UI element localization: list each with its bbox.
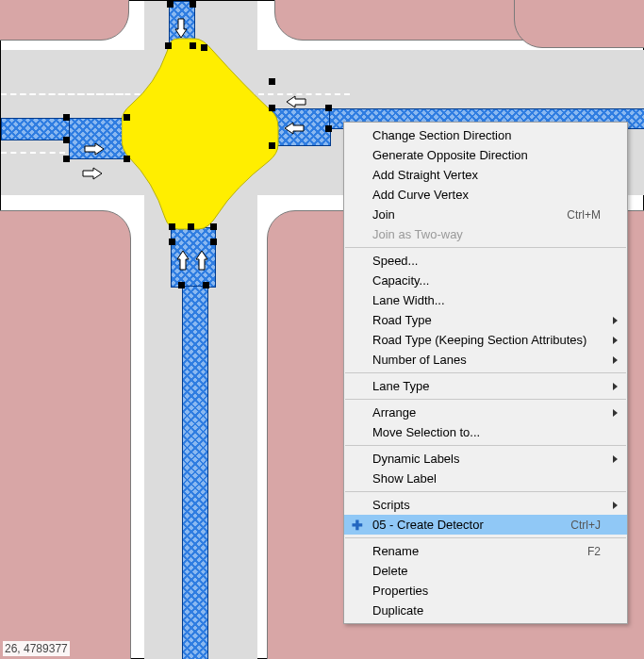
menu-item[interactable]: Move Selection to... (344, 422, 627, 442)
menu-item-shortcut: Ctrl+M (567, 208, 601, 222)
land-block (514, 0, 644, 48)
selection-handle[interactable] (210, 239, 217, 245)
menu-item-label: Dynamic Labels (372, 452, 601, 466)
menu-item[interactable]: Dynamic Labels (344, 449, 627, 469)
menu-item-label: Lane Width... (372, 293, 601, 307)
selection-handle[interactable] (190, 42, 196, 49)
menu-item[interactable]: Change Section Direction (344, 125, 627, 145)
menu-item-label: Properties (372, 584, 601, 598)
menu-item[interactable]: Duplicate (344, 601, 627, 620)
menu-item-label: Add Curve Vertex (372, 188, 601, 202)
selection-handle[interactable] (269, 105, 275, 111)
road-section-south-wide[interactable] (171, 227, 216, 288)
menu-item[interactable]: Add Curve Vertex (344, 185, 627, 205)
menu-separator (345, 399, 626, 400)
menu-item[interactable]: Delete (344, 561, 627, 581)
menu-item-shortcut: Ctrl+J (570, 519, 601, 532)
menu-item-label: Delete (372, 564, 601, 578)
menu-item[interactable]: Add Straight Vertex (344, 165, 627, 185)
menu-item-label: Capacity... (372, 273, 601, 288)
road-section-south[interactable] (182, 286, 208, 659)
menu-item[interactable]: Generate Opposite Direction (344, 145, 627, 165)
menu-item[interactable]: Lane Width... (344, 290, 627, 310)
selection-handle[interactable] (63, 156, 70, 162)
menu-item[interactable]: JoinCtrl+M (344, 205, 627, 224)
selection-handle[interactable] (188, 223, 194, 230)
menu-item[interactable]: ✚05 - Create DetectorCtrl+J (344, 515, 627, 535)
selection-handle[interactable] (325, 105, 332, 111)
land-block (0, 210, 131, 659)
menu-item-label: Road Type (Keeping Section Attributes) (372, 333, 601, 347)
menu-item[interactable]: Capacity... (344, 271, 627, 290)
menu-item-label: Duplicate (372, 603, 601, 618)
selection-handle[interactable] (169, 239, 175, 245)
menu-item-shortcut: F2 (587, 545, 601, 558)
selection-handle[interactable] (63, 114, 70, 121)
menu-item-label: Generate Opposite Direction (372, 148, 601, 162)
menu-item[interactable]: Number of Lanes (344, 350, 627, 370)
chevron-right-icon (613, 356, 618, 364)
chevron-right-icon (613, 317, 618, 324)
chevron-right-icon (613, 337, 618, 344)
selection-handle[interactable] (165, 42, 172, 49)
selection-handle[interactable] (190, 1, 196, 8)
selection-handle[interactable] (269, 78, 275, 85)
context-menu[interactable]: Change Section DirectionGenerate Opposit… (343, 122, 628, 624)
menu-item[interactable]: RenameF2 (344, 541, 627, 561)
map-canvas[interactable]: 26, 4789377 Change Section DirectionGene… (0, 0, 644, 659)
selection-handle[interactable] (178, 282, 185, 288)
menu-item-label: Arrange (372, 405, 601, 420)
land-block (0, 0, 129, 41)
menu-item-label: Join as Two-way (372, 227, 601, 241)
chevron-right-icon (613, 502, 618, 509)
selection-handle[interactable] (124, 114, 130, 121)
menu-item-label: Speed... (372, 254, 601, 268)
menu-item-label: Change Section Direction (372, 128, 601, 142)
menu-item[interactable]: Speed... (344, 251, 627, 271)
menu-item[interactable]: Lane Type (344, 376, 627, 396)
menu-separator (345, 372, 626, 373)
selection-handle[interactable] (201, 44, 207, 51)
menu-item[interactable]: Road Type (Keeping Section Attributes) (344, 330, 627, 350)
menu-item[interactable]: Arrange (344, 403, 627, 422)
menu-item-label: Add Straight Vertex (372, 168, 601, 182)
menu-item-label: Number of Lanes (372, 353, 601, 367)
chevron-right-icon (613, 383, 618, 390)
menu-separator (345, 445, 626, 446)
chevron-right-icon (613, 409, 618, 417)
menu-item-label: Road Type (372, 313, 601, 327)
menu-item[interactable]: Show Label (344, 469, 627, 488)
menu-separator (345, 537, 626, 538)
menu-item-label: Lane Type (372, 379, 601, 393)
menu-item[interactable]: Road Type (344, 310, 627, 330)
menu-item-label: Show Label (372, 471, 601, 486)
selection-handle[interactable] (269, 142, 275, 149)
menu-item-label: Scripts (372, 498, 601, 512)
menu-separator (345, 491, 626, 492)
selection-handle[interactable] (325, 125, 332, 132)
chevron-right-icon (613, 455, 618, 463)
intersection-node[interactable] (122, 37, 282, 235)
road-section-west-wide[interactable] (69, 118, 129, 159)
road-section-west[interactable] (1, 118, 71, 140)
plus-icon: ✚ (350, 518, 365, 533)
selection-handle[interactable] (167, 1, 173, 8)
menu-item[interactable]: Properties (344, 581, 627, 601)
selection-handle[interactable] (203, 282, 209, 288)
menu-separator (345, 247, 626, 248)
status-bar-coords: 26, 4789377 (3, 641, 70, 656)
menu-item-label: Rename (372, 544, 559, 558)
menu-item-label: 05 - Create Detector (372, 518, 542, 532)
menu-item-label: Join (372, 207, 538, 222)
menu-item: Join as Two-way (344, 224, 627, 244)
selection-handle[interactable] (169, 223, 175, 230)
selection-handle[interactable] (124, 156, 130, 162)
selection-handle[interactable] (210, 223, 217, 230)
selection-handle[interactable] (63, 137, 70, 143)
menu-item[interactable]: Scripts (344, 495, 627, 515)
menu-item-label: Move Selection to... (372, 425, 601, 439)
